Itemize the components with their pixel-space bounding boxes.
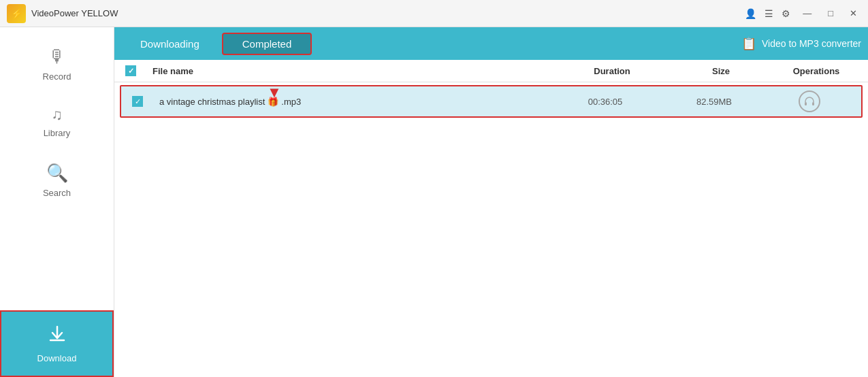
sidebar-item-record[interactable]: 🎙 Record	[0, 34, 114, 94]
sidebar-item-library[interactable]: ♫ Library	[0, 94, 114, 150]
header-duration: Duration	[558, 66, 666, 76]
svg-rect-1	[812, 102, 814, 105]
sidebar-item-search[interactable]: 🔍 Search	[0, 150, 114, 210]
library-icon: ♫	[51, 106, 63, 124]
main-layout: 🎙 Record ♫ Library 🔍 Search Download	[0, 27, 868, 377]
row-duration: 00:36:05	[551, 97, 660, 107]
filename-text: a vintage christmas playlist	[159, 97, 265, 107]
tab-downloading[interactable]: Downloading	[121, 34, 219, 54]
header-operations: Operations	[775, 66, 857, 76]
select-all-checkbox[interactable]: ✓	[125, 65, 136, 76]
arrow-indicator: ▼	[267, 84, 282, 101]
row-checkbox[interactable]: ✓	[132, 96, 159, 107]
converter-button[interactable]: 📋 Video to MP3 converter	[741, 36, 861, 51]
record-icon: 🎙	[48, 46, 66, 67]
converter-icon: 📋	[741, 36, 756, 51]
row-select-checkbox[interactable]: ✓	[132, 96, 143, 107]
tab-completed[interactable]: Completed	[222, 33, 312, 55]
app-logo: ⚡	[7, 4, 26, 23]
header-check: ✓	[125, 65, 152, 76]
content-area: Downloading Completed 📋 Video to MP3 con…	[114, 27, 868, 377]
app-title: VideoPower YELLOW	[31, 8, 118, 18]
table-body: ▼ ✓ a vintage christmas playlist 🎁 .mp3 …	[114, 82, 868, 377]
titlebar: ⚡ VideoPower YELLOW 👤 ☰ ⚙ — □ ✕	[0, 0, 868, 27]
sidebar-label-record: Record	[43, 71, 71, 82]
table-row: ✓ a vintage christmas playlist 🎁 .mp3 00…	[120, 85, 863, 118]
sidebar: 🎙 Record ♫ Library 🔍 Search Download	[0, 27, 114, 377]
search-icon: 🔍	[46, 163, 68, 184]
sidebar-item-download[interactable]: Download	[0, 310, 114, 377]
minimize-button[interactable]: —	[799, 7, 816, 20]
sidebar-label-download: Download	[37, 353, 77, 363]
list-icon[interactable]: ☰	[765, 8, 773, 19]
maximize-button[interactable]: □	[824, 7, 837, 20]
sidebar-label-search: Search	[43, 188, 71, 198]
svg-rect-0	[805, 102, 807, 105]
titlebar-left: ⚡ VideoPower YELLOW	[7, 4, 118, 23]
extension-text: .mp3	[281, 97, 301, 107]
row-size: 82.59MB	[660, 97, 769, 107]
row-operations	[769, 91, 850, 112]
download-icon	[47, 324, 67, 349]
sidebar-label-library: Library	[44, 128, 71, 138]
close-button[interactable]: ✕	[846, 7, 861, 20]
play-button[interactable]	[799, 91, 820, 112]
tabs: Downloading Completed	[121, 33, 312, 55]
header-size: Size	[666, 66, 775, 76]
tab-bar: Downloading Completed 📋 Video to MP3 con…	[114, 27, 868, 60]
header-filename: File name	[152, 66, 558, 76]
titlebar-right: 👤 ☰ ⚙ — □ ✕	[745, 7, 861, 20]
account-icon[interactable]: 👤	[745, 8, 756, 19]
logo-emoji: ⚡	[11, 8, 22, 19]
row-filename: a vintage christmas playlist 🎁 .mp3	[159, 97, 551, 107]
settings-icon[interactable]: ⚙	[782, 8, 790, 19]
table-header: ✓ File name Duration Size Operations	[114, 60, 868, 82]
